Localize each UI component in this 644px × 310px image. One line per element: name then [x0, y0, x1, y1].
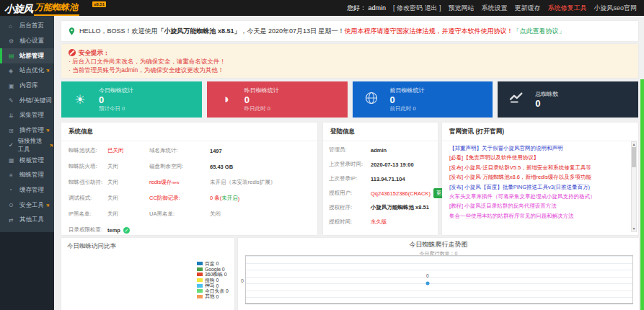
trend-chart-title: 今日蜘蛛爬行走势图: [238, 238, 639, 249]
sidebar-item-core-settings[interactable]: ⚙ 核心设置: [0, 34, 54, 49]
legend-value: 0: [224, 272, 227, 277]
sidebar-item-home[interactable]: ⌂ 后台首页: [0, 19, 54, 34]
license-user: Qq2436152386(CRACK): [371, 190, 431, 197]
system-repair-tool-link[interactable]: 系统修复工具: [547, 4, 586, 13]
news-link[interactable]: 【郑重声明】关于假冒小旋风官网的说明和声明: [449, 143, 628, 153]
legend-swatch: [197, 262, 203, 265]
login-label: 授权程序:: [329, 200, 371, 215]
official-site-link[interactable]: 小旋风seo官网: [594, 4, 637, 13]
preview-site-link[interactable]: 预览网站: [448, 4, 474, 13]
news-link[interactable]: [必看]【免责声明以及软件使用协议】: [449, 153, 628, 162]
sidebar-item-label: 安全工具: [19, 201, 44, 210]
sidebar-item-collection[interactable]: ⇊ 采集管理: [0, 108, 54, 123]
redis-label: redis缓存: [149, 179, 172, 186]
home-icon: ⌂: [9, 23, 17, 30]
data-point-label: 0: [426, 273, 429, 278]
legend-swatch: [197, 278, 203, 282]
sys-label: 调试模式:: [69, 190, 107, 206]
news-link[interactable]: [发布] 小旋风·万能蜘蛛池x8.6，新增redis缓存以及多项功能: [449, 172, 628, 182]
sidebar-item-plugins[interactable]: ⊞ 插件管理 ✈: [0, 123, 54, 138]
spider-ratio-chart-panel: 今日蜘蛛访问比率 百度 0 Google 0 360蜘蛛 0 搜狗 0 神马 0…: [61, 238, 234, 310]
sidebar-item-label: 后台首页: [19, 22, 44, 30]
security-title-text: 安全提示：: [79, 48, 110, 57]
stat-value: 0: [535, 98, 558, 109]
pin-icon: ✈: [45, 127, 52, 134]
sidebar-menu: ⌂ 后台首页 ⚙ 核心设置 ▤ 站群管理 ◈ 站点优化 ✈ ▣ 内容库 ✎: [0, 16, 54, 232]
sys-label-cc[interactable]: CC防御记录:: [149, 190, 210, 206]
sidebar-item-label: 外链/关键词: [19, 97, 52, 105]
legend-value: 0: [216, 278, 219, 283]
stat-card-today: ☀ 今日蜘蛛统计 0 预计今日 0: [61, 81, 202, 118]
sys-label: 目录权限检查:: [69, 222, 107, 238]
login-label: 上次登录时间:: [329, 157, 371, 172]
cc-status: 未开启: [221, 195, 238, 202]
agreement-link[interactable]: 「点此查看协议」: [513, 27, 565, 36]
scroll-up-icon[interactable]: ▲: [632, 142, 636, 147]
sidebar-item-content-library[interactable]: ▣ 内容库: [0, 79, 54, 94]
system-info-table: 蜘蛛池状态: 已关闭 域名库统计: 1497 蜘蛛防火墙: 关闭 磁盘剩余空间:…: [61, 141, 317, 239]
refresh-cache-link[interactable]: 更新缓存: [514, 4, 540, 13]
system-settings-link[interactable]: 系统设置: [481, 4, 507, 13]
change-password-logout-link[interactable]: [ 修改密码 退出 ]: [393, 4, 441, 13]
globe-icon: [353, 92, 390, 108]
scroll-down-icon[interactable]: ▼: [632, 226, 636, 231]
legend-value: 0: [216, 261, 219, 266]
news-link[interactable]: 集合一些使用本站的站群程序常见的问题和解决方法: [449, 211, 628, 221]
spider-icon: ✳: [9, 172, 17, 179]
login-value: 小旋风万能蜘蛛池 x8.51: [371, 200, 449, 215]
plugin-icon: ⊞: [9, 128, 17, 134]
stat-card-body: 昨日蜘蛛统计 0 昨日此时 0: [244, 87, 279, 112]
trend-plot-area: 0: [245, 255, 633, 304]
legend-swatch: [197, 295, 203, 298]
news-scrollbar[interactable]: ▲ ▼: [631, 141, 637, 232]
sidebar-item-label: 其他工具: [19, 216, 44, 224]
security-line: · 当前管理员账号为admin，为确保安全建议更改为其他！: [69, 66, 631, 74]
sidebar-item-links-keywords[interactable]: ✎ 外链/关键词: [0, 93, 54, 108]
sidebar-item-label: 采集管理: [19, 111, 44, 120]
sidebar-item-label: 内容库: [19, 81, 38, 90]
sys-value: 关闭: [210, 206, 310, 222]
sys-label: 蜘蛛池状态:: [69, 143, 107, 159]
spider-trend-chart-panel: 今日蜘蛛爬行走势图 今日爬行数量：0 0 0: [238, 238, 639, 310]
legend-swatch: [197, 289, 203, 293]
sidebar-item-spiders[interactable]: ✳ 蜘蛛管理: [0, 168, 54, 183]
stat-value: 0: [244, 94, 279, 105]
sidebar-item-other-tools[interactable]: ⇄ 其他工具: [0, 213, 54, 228]
news-link[interactable]: 火车头文章库插件（可将采集文章处理成小旋风支持的格式）: [449, 192, 628, 201]
news-link[interactable]: [发布] 小旋风·泛目录站群V5.5，新增安全和系统修复工具等: [449, 163, 628, 172]
sidebar-item-label: 链接推送工具: [18, 137, 48, 154]
security-icon: ⊙: [9, 202, 17, 208]
open-official-site-link[interactable]: (打开官网): [475, 128, 504, 135]
sidebar-item-security-tools[interactable]: ⊙ 安全工具 ✈: [0, 198, 54, 213]
sys-label-redis[interactable]: redis缓存new: [149, 174, 210, 190]
system-info-panel: 系统信息 蜘蛛池状态: 已关闭 域名库统计: 1497 蜘蛛防火墙: 关闭 磁盘…: [61, 123, 317, 235]
login-value-license-term: 永久版: [371, 215, 449, 229]
sidebar-item-templates[interactable]: ▦ 模板管理: [0, 153, 54, 168]
sidebar-item-site-optimize[interactable]: ◈ 站点优化 ✈: [0, 63, 54, 79]
news-link[interactable]: [发布] 小旋风【百度】批量PING推送工具v3(日推送量百万): [449, 182, 628, 192]
stat-label: 总蜘蛛数: [535, 90, 558, 98]
sun-icon: ☀: [61, 92, 99, 107]
sys-label: IP黑名单:: [69, 206, 107, 222]
location-pin-icon: [69, 27, 75, 35]
logo-text-sub: 万能蜘蛛池: [34, 1, 79, 16]
sidebar-item-site-group[interactable]: ▤ 站群管理: [0, 48, 54, 63]
security-notice-title: 安全提示：: [69, 48, 631, 57]
sidebar-item-label: 站点优化: [19, 66, 44, 75]
sidebar-item-link-push[interactable]: ✔ 链接推送工具 ✈: [0, 138, 54, 154]
sys-label: 磁盘剩余空间:: [149, 159, 210, 174]
main-content: HELLO，BOSS！欢迎使用 「小旋风万能蜘蛛池 x8.51」 ，今天是 20…: [54, 16, 644, 310]
gear-icon: ⚙: [9, 38, 17, 45]
news-link[interactable]: [教程] 小旋风泛目录站群的反向代理设置方法: [449, 201, 628, 211]
scrollbar-thumb[interactable]: [632, 147, 636, 167]
sidebar-item-label: 蜘蛛管理: [19, 171, 44, 180]
legend-swatch: [197, 267, 203, 271]
login-label: 上次登录IP:: [329, 172, 371, 186]
news-title-text: 官网资讯: [449, 128, 474, 135]
login-value: 2020-07-13 19:00: [371, 157, 449, 172]
logo[interactable]: 小旋风 万能蜘蛛池 x8.51: [0, 1, 79, 16]
stat-card-body: 今日蜘蛛统计 0 预计今日 0: [99, 87, 133, 112]
sidebar-item-cache[interactable]: ◔ 缓存管理: [0, 183, 54, 198]
sys-label: 蜘蛛防火墙:: [69, 159, 107, 174]
tools-icon: ⇄: [9, 217, 17, 223]
